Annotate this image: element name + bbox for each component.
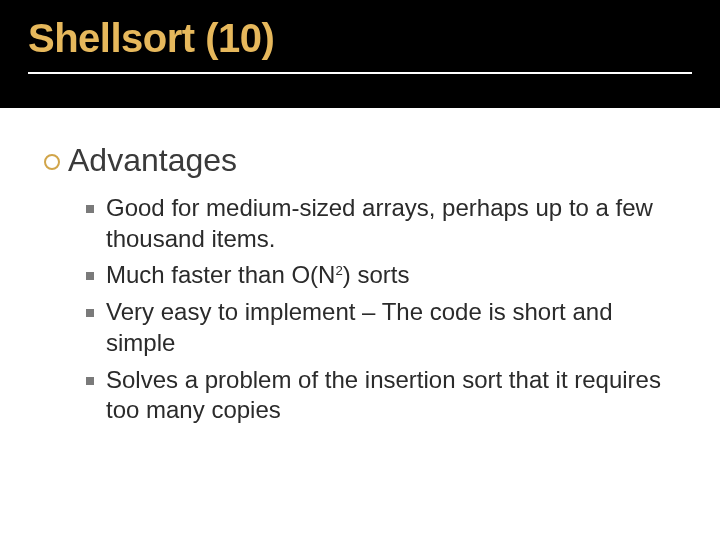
list-item-text: Very easy to implement – The code is sho… xyxy=(106,297,676,358)
slide-content: Advantages Good for medium-sized arrays,… xyxy=(0,108,720,426)
slide-title: Shellsort (10) xyxy=(28,16,692,74)
bullet-list: Good for medium-sized arrays, perhaps up… xyxy=(44,193,676,426)
section-heading: Advantages xyxy=(68,142,237,179)
list-item-text: Solves a problem of the insertion sort t… xyxy=(106,365,676,426)
square-bullet-icon xyxy=(86,205,94,213)
title-bar: Shellsort (10) xyxy=(0,0,720,108)
circle-bullet-icon xyxy=(44,154,60,170)
superscript: 2 xyxy=(335,263,342,278)
square-bullet-icon xyxy=(86,272,94,280)
square-bullet-icon xyxy=(86,309,94,317)
section-heading-row: Advantages xyxy=(44,142,676,179)
list-item-text: Much faster than O(N2) sorts xyxy=(106,260,409,291)
list-item: Very easy to implement – The code is sho… xyxy=(86,297,676,358)
text-fragment: ) sorts xyxy=(343,261,410,288)
list-item-text: Good for medium-sized arrays, perhaps up… xyxy=(106,193,676,254)
list-item: Much faster than O(N2) sorts xyxy=(86,260,676,291)
text-fragment: Much faster than O(N xyxy=(106,261,335,288)
square-bullet-icon xyxy=(86,377,94,385)
list-item: Solves a problem of the insertion sort t… xyxy=(86,365,676,426)
list-item: Good for medium-sized arrays, perhaps up… xyxy=(86,193,676,254)
